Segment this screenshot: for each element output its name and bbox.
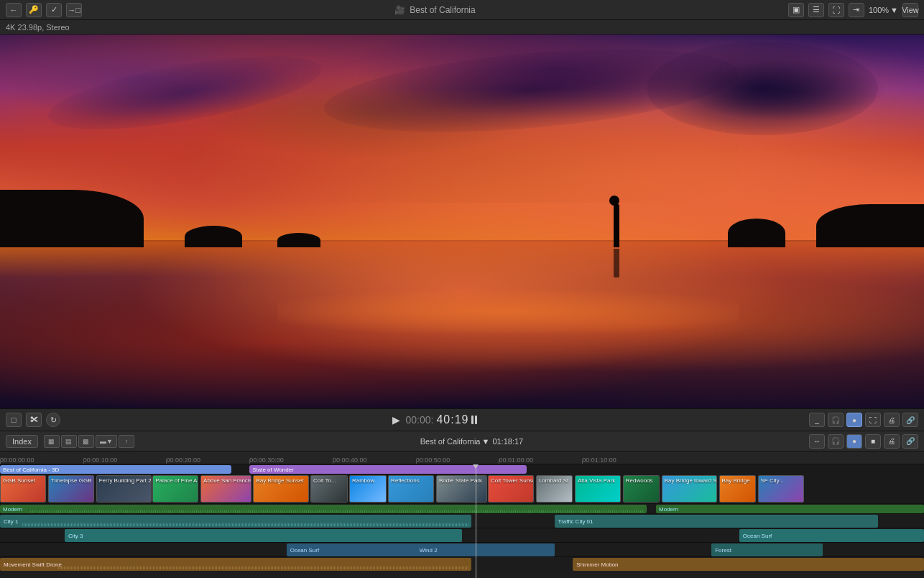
video-clip-13[interactable]: Redwoods [623,475,660,503]
video-clip-16[interactable]: SF City... [758,475,804,503]
sfx-clip-ocean-label: Ocean Surf [290,547,319,554]
sfx-track: Ocean Surf Wind 2 Forest [0,542,924,556]
snap-btn[interactable]: ⎯ [809,413,825,427]
story-clip-2-label: State of Wonder [252,467,294,473]
video-clip-6[interactable]: Coit To... [310,475,347,503]
audio-btn[interactable]: 🎧 [828,413,844,427]
media-info-text: 4K 23.98p, Stereo [6,23,70,32]
video-clip-5-label: Bay Bridge Sunset [256,477,303,484]
video-clip-4-label: Above San Francisco [203,477,251,484]
filmstrip-btn[interactable]: ▦ [44,435,60,448]
key-button[interactable]: 🔑 [26,3,42,17]
top-toolbar: ← 🔑 ✓ →□ 🎥 Best of California ▣ ☰ ⛶ ⇥ 10… [0,0,924,20]
person-body [614,204,619,247]
music-clip-1[interactable]: Modern [0,505,647,513]
audio-clip-ocean-surf[interactable]: Ocean Surf [739,529,924,542]
clip-appearance-btn[interactable]: □ [6,413,22,427]
audio-only-btn[interactable]: ▤ [61,435,77,448]
video-clip-6-label: Coit To... [313,477,336,484]
video-clip-15[interactable]: Bay Bridge [719,475,756,503]
music-clip-2[interactable]: Modern [656,505,924,513]
play-icon[interactable]: ▶ [392,414,400,426]
video-clip-10[interactable]: Coit Tower Sunset [488,475,534,503]
print-btn[interactable]: 🖨 [884,413,900,427]
cursor-btn[interactable]: ↑ [119,435,134,448]
playback-bar: □ ✀ ↻ ▶ 00:00: 40:19 ⎯ 🎧 ● ⛶ 🖨 🔗 [0,408,924,431]
music-clip-drone[interactable]: Movement Swift Drone [0,558,471,571]
video-clip-7[interactable]: Rainbow [349,475,386,503]
toolbar-center: 🎥 Best of California [394,5,475,15]
color-btn[interactable]: ● [846,413,862,427]
zoom-control[interactable]: 100% ▼ [869,6,898,14]
video-clip-16-label: SF City... [761,477,784,484]
video-clip-5[interactable]: Bay Bridge Sunset [253,475,308,503]
export-btn[interactable]: ⇥ [849,3,864,17]
film-icon: 🎥 [394,5,405,15]
story-clip-1[interactable]: Best of California - 3D [0,465,231,474]
check-button[interactable]: ✓ [46,3,62,17]
video-clip-8[interactable]: Reflections [388,475,434,503]
project-name-dropdown[interactable]: Best of California ▼ [420,437,490,446]
fullscreen-btn[interactable]: ⛶ [865,413,881,427]
video-clip-1[interactable]: Timelapse GGB [48,475,94,503]
music-clip-2-label: Modern [659,506,678,513]
grid-view-btn[interactable]: ▣ [788,3,804,17]
ruler-line-3 [249,459,250,464]
project-name-label: Best of California [420,437,481,446]
video-clip-10-label: Coit Tower Sunset [491,477,534,484]
list-view-btn[interactable]: ☰ [808,3,824,17]
link-btn[interactable]: 🔗 [902,434,918,449]
video-only-btn[interactable]: ▩ [78,435,94,448]
color-accent-btn[interactable]: ● [846,434,862,449]
audio-clip-ocean-surf-label: Ocean Surf [743,533,772,539]
video-clip-0-label: GGB Sunset [3,477,35,484]
timeline-toolbar-left: Index ▦ ▤ ▩ ▬▼ ↑ [6,435,134,448]
ruler-mark-1: 00:00:10:00 [83,457,118,464]
ruler-line-1 [83,459,84,464]
music-track-bottom: Movement Swift Drone Shimmer Motion [0,556,924,571]
video-clip-11[interactable]: Lombard St. [536,475,573,503]
ruler-line-2 [166,459,167,464]
view-button[interactable]: View [902,3,918,17]
story-clip-2[interactable]: State of Wonder [249,465,527,474]
detail-view-btn[interactable]: ⛶ [828,3,844,17]
zoom-fit-btn[interactable]: ↔ [809,434,825,449]
video-thumbs-row: GGB Sunset Timelapse GGB Ferry Building … [0,474,924,503]
video-clip-2-label: Ferry Building Part 2 [99,477,152,484]
video-clip-14[interactable]: Bay Bridge toward SF [662,475,717,503]
story-clips-row: Best of California - 3D State of Wonder [0,464,924,474]
video-clip-4[interactable]: Above San Francisco [200,475,251,503]
video-clip-12[interactable]: Alta Vista Park [575,475,621,503]
video-clip-2[interactable]: Ferry Building Part 2 [96,475,152,503]
music-clip-shimmer[interactable]: Shimmer Motion [573,558,924,571]
video-clip-3[interactable]: Palace of Fine Arts [152,475,198,503]
video-clip-9[interactable]: Bodie State Park [436,475,487,503]
zoom-chevron: ▼ [890,6,898,14]
glow-layer [185,91,739,203]
ruler-line-5 [416,459,417,464]
import-button[interactable]: →□ [66,3,82,17]
tracks-area: Best of California - 3D State of Wonder … [0,464,924,578]
audio-clip-traffic[interactable]: Traffic City 01 [555,515,878,528]
ruler-line-4 [333,459,333,464]
zoom-level: 100% [869,6,889,14]
index-button[interactable]: Index [6,435,38,448]
sfx-clip-forest[interactable]: Forest [711,543,822,556]
audio-clip-city3-label: City 3 [68,533,83,539]
video-clip-11-label: Lombard St. [539,477,570,484]
dropdown-chevron: ▼ [481,437,489,446]
ruler-mark-6: 00:01:00:00 [499,457,533,464]
audio-clip-city3[interactable]: City 3 [65,529,462,542]
ruler-mark-2: 00:00:20:00 [166,457,200,464]
back-button[interactable]: ← [6,3,22,17]
share-btn[interactable]: 🔗 [902,413,918,427]
effects-btn[interactable]: ↻ [46,413,60,427]
headphones-btn[interactable]: 🎧 [828,434,844,449]
sfx-clip-wind[interactable]: Wind 2 [416,543,555,556]
overlay-btn[interactable]: ■ [865,434,881,449]
audio-clip-city1[interactable]: City 1 [0,515,471,528]
expanded-btn[interactable]: ▬▼ [96,435,117,448]
tools-btn[interactable]: ✀ [26,413,42,427]
video-clip-0[interactable]: GGB Sunset [0,475,46,503]
print2-btn[interactable]: 🖨 [884,434,900,449]
